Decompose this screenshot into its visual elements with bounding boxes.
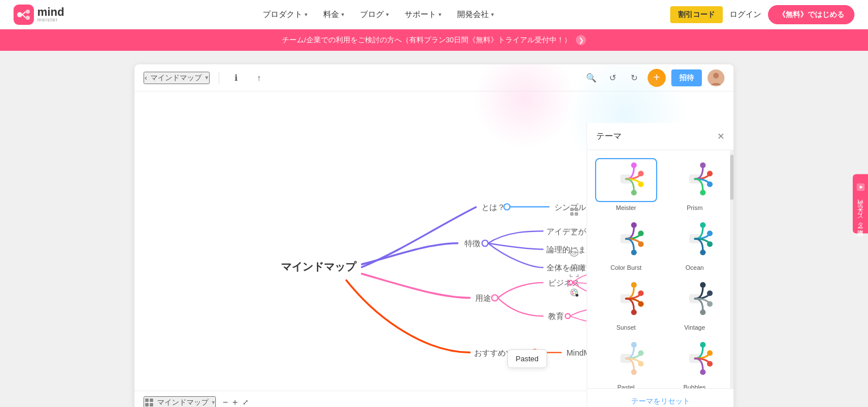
logo[interactable]: mind meister [14, 5, 64, 25]
svg-point-58 [574, 290, 575, 291]
mindmap-canvas[interactable]: マインドマップ とは？ シンプルな思考の整理法 特徴 アイデアが出やすい [134, 91, 734, 407]
svg-rect-50 [570, 212, 574, 216]
nav-label: サポート [405, 10, 436, 20]
mini-grid-button[interactable] [566, 204, 582, 220]
add-node-button[interactable]: + [648, 69, 666, 87]
education-dot [565, 314, 570, 319]
avatar-image [708, 69, 724, 86]
theme-preview-bubbles [664, 338, 726, 382]
side-tab[interactable]: 使い方マスター講座 [853, 174, 868, 233]
nav-item-開発会社[interactable]: 開発会社▾ [457, 10, 494, 20]
svg-point-20 [638, 230, 644, 236]
coupon-button[interactable]: 割引コード [670, 6, 723, 23]
nav-chevron-icon: ▾ [386, 11, 389, 17]
svg-point-52 [572, 229, 576, 233]
branch-osusume-line [346, 279, 470, 352]
map-type-button[interactable]: マインドマップ ▾ [144, 396, 216, 408]
mini-smiley-button[interactable] [566, 244, 582, 260]
theme-item-pastel[interactable]: Pastel [595, 338, 657, 388]
back-button[interactable]: ‹ マインドマップ ▾ [144, 72, 210, 84]
mini-expand-button[interactable] [566, 265, 582, 281]
logo-text: mind meister [37, 6, 64, 23]
theme-item-bubbles[interactable]: Bubbles [664, 338, 726, 388]
svg-point-53 [570, 248, 578, 256]
svg-point-36 [707, 301, 713, 307]
svg-point-61 [572, 293, 574, 294]
theme-preview-ocean [664, 218, 726, 262]
nav-item-プロダクト[interactable]: プロダクト▾ [263, 10, 307, 20]
theme-name-label: Bubbles [664, 384, 726, 388]
search-button[interactable]: 🔍 [583, 70, 599, 86]
svg-point-17 [700, 190, 705, 195]
theme-panel-title: テーマ [596, 131, 622, 142]
banner-arrow-icon[interactable]: ❯ [576, 35, 586, 45]
nav-chevron-icon: ▾ [341, 11, 344, 17]
back-chevron-icon: ‹ [145, 73, 147, 82]
zoom-out-button[interactable]: − [223, 397, 228, 408]
theme-name-label: Vintage [664, 324, 726, 331]
nav-item-サポート[interactable]: サポート▾ [405, 10, 441, 20]
theme-name-label: Color Burst [595, 264, 657, 271]
fullscreen-button[interactable]: ⤢ [242, 398, 249, 406]
toolbar-separator [219, 72, 219, 84]
theme-item-ocean[interactable]: Ocean [664, 218, 726, 271]
map-type-chevron: ▾ [212, 399, 215, 405]
svg-point-55 [575, 251, 576, 252]
svg-rect-0 [14, 5, 34, 25]
theme-item-prism[interactable]: Prism [664, 158, 726, 211]
logo-icon [14, 5, 34, 25]
nav-item-ブログ[interactable]: ブログ▾ [360, 10, 389, 20]
editor-toolbar: ‹ マインドマップ ▾ ℹ ↑ 🔍 ↺ ↻ + 招待 [134, 64, 734, 91]
login-button[interactable]: ログイン [730, 10, 761, 20]
svg-point-59 [575, 291, 576, 292]
start-button[interactable]: 《無料》ではじめる [768, 5, 854, 24]
undo-button[interactable]: ↺ [605, 70, 620, 86]
theme-name-label: Meister [595, 204, 657, 211]
mini-person-button[interactable] [566, 224, 582, 240]
theme-name-label: Ocean [664, 264, 726, 271]
banner-text: チーム/企業での利用をご検討の方へ（有料プラン30日間《無料》トライアル受付中！… [282, 35, 571, 45]
theme-item-sunset[interactable]: Sunset [595, 278, 657, 331]
main-content: ‹ マインドマップ ▾ ℹ ↑ 🔍 ↺ ↻ + 招待 [0, 51, 868, 407]
branch-tokucho-line [361, 243, 458, 265]
svg-point-44 [700, 342, 705, 348]
theme-panel-close-button[interactable]: ✕ [717, 131, 724, 142]
svg-point-47 [700, 369, 705, 375]
map-type-icon [145, 398, 154, 407]
nav-item-料金[interactable]: 料金▾ [323, 10, 344, 20]
user-avatar[interactable] [708, 69, 724, 86]
editor-container: ‹ マインドマップ ▾ ℹ ↑ 🔍 ↺ ↻ + 招待 [134, 64, 734, 407]
mini-palette-button[interactable] [566, 285, 582, 301]
theme-item-vintage[interactable]: Vintage [664, 278, 726, 331]
palette-icon [570, 288, 579, 297]
svg-rect-63 [145, 399, 149, 402]
theme-reset-button[interactable]: テーマをリセット [631, 396, 690, 406]
svg-point-34 [700, 282, 705, 288]
nav-chevron-icon: ▾ [439, 11, 441, 17]
svg-point-10 [638, 170, 644, 176]
info-button[interactable]: ℹ [228, 70, 244, 86]
navbar: mind meister プロダクト▾料金▾ブログ▾サポート▾開発会社▾ 割引コ… [0, 0, 868, 29]
map-type-label: マインドマップ [157, 397, 209, 408]
upload-button[interactable]: ↑ [251, 70, 267, 86]
youtube-icon [857, 183, 865, 191]
svg-point-41 [638, 361, 644, 367]
zoom-in-button[interactable]: + [232, 397, 237, 408]
side-mini-toolbar [566, 204, 582, 301]
svg-point-45 [707, 350, 713, 356]
svg-point-54 [572, 251, 574, 252]
tokucho-label: 特徴 [465, 239, 480, 248]
svg-rect-48 [570, 208, 574, 211]
invite-button[interactable]: 招待 [671, 69, 702, 86]
svg-point-29 [631, 282, 637, 288]
svg-point-60 [575, 293, 576, 294]
redo-button[interactable]: ↻ [626, 70, 642, 86]
branch-yoto-line [361, 274, 471, 298]
towa-label: とは？ [481, 203, 505, 212]
svg-point-7 [713, 73, 719, 78]
tokucho-c2-line [488, 243, 544, 250]
svg-point-16 [707, 182, 713, 187]
svg-point-1 [17, 12, 22, 17]
theme-item-meister[interactable]: Meister [595, 158, 657, 211]
theme-item-color-burst[interactable]: Color Burst [595, 218, 657, 271]
